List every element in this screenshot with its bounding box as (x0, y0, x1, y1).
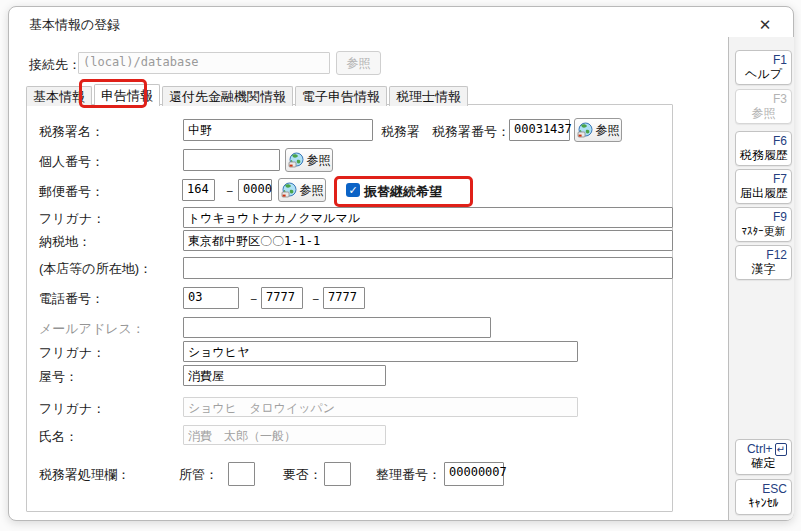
f7-key-label: F7 (740, 172, 787, 186)
browse-button-label: 参照 (596, 122, 620, 139)
tab-tax-accountant-info[interactable]: 税理士情報 (389, 86, 468, 106)
browse-button-label: 参照 (307, 152, 331, 169)
close-icon[interactable]: ✕ (749, 11, 781, 39)
transfer-continue-checkbox-label[interactable]: 振替継続希望 (364, 183, 442, 201)
seiri-number-input[interactable]: 00000007 (444, 462, 504, 486)
f3-key-label: F3 (740, 92, 787, 106)
furigana2-input[interactable]: ショウヒヤ (183, 341, 578, 362)
f3-caption: 参照 (740, 106, 787, 121)
transfer-continue-checkbox[interactable]: ✓ (346, 183, 360, 197)
furigana3-input: ショウヒ タロウイッパン (183, 397, 578, 417)
tax-office-number-label: 税務署番号： (432, 123, 510, 141)
dialog-title: 基本情報の登録 (29, 16, 120, 34)
connection-browse-button: 参照 (336, 51, 381, 75)
tab-basic-info[interactable]: 基本情報 (26, 86, 92, 106)
tax-office-suffix: 税務署 (381, 123, 420, 141)
phone-label: 電話番号： (39, 290, 104, 308)
tax-office-number-input[interactable]: 00031437 (509, 119, 570, 141)
f9-key-label: F9 (740, 210, 787, 224)
browse-button-label: 参照 (300, 182, 324, 199)
email-label: メールアドレス： (39, 320, 145, 338)
phone-input-3[interactable]: 7777 (323, 287, 365, 309)
f6-tax-history-button[interactable]: F6 税務履歴 (735, 131, 792, 166)
f12-kanji-button[interactable]: F12 漢字 (735, 245, 792, 280)
f6-key-label: F6 (740, 134, 787, 148)
tax-office-input[interactable]: 中野 (183, 119, 373, 141)
shokan-input[interactable] (228, 462, 255, 486)
globe-icon (288, 152, 304, 168)
globe-icon (577, 122, 593, 138)
postal-code-input-1[interactable]: 164 (182, 179, 215, 201)
cancel-button[interactable]: ESC ｷｬﾝｾﾙ (735, 479, 792, 515)
shokan-label: 所管： (179, 466, 218, 484)
check-icon: ✓ (348, 184, 357, 197)
f12-caption: 漢字 (740, 262, 787, 277)
f7-caption: 届出履歴 (740, 186, 787, 201)
f9-caption: ﾏｽﾀｰ更新 (740, 224, 787, 239)
name-input: 消費 太郎（一般） (183, 425, 386, 445)
trade-name-label: 屋号： (39, 368, 78, 386)
office-processing-label: 税務署処理欄： (39, 466, 130, 484)
tax-address-input[interactable]: 東京都中野区〇〇1-1-1 (183, 230, 673, 251)
yohi-input[interactable] (324, 462, 351, 486)
postal-code-input-2[interactable]: 0000 (238, 179, 272, 201)
phone-input-2[interactable]: 7777 (261, 287, 303, 309)
f1-key-label: F1 (740, 53, 787, 67)
personal-number-input[interactable] (183, 149, 280, 171)
seiri-number-label: 整理番号： (376, 466, 441, 484)
phone-input-1[interactable]: 03 (183, 287, 239, 309)
tab-e-filing-info[interactable]: 電子申告情報 (295, 86, 387, 106)
f6-caption: 税務履歴 (740, 148, 787, 163)
phone-separator-2: － (309, 290, 322, 308)
f12-key-label: F12 (740, 248, 787, 262)
trade-name-input[interactable]: 消費屋 (183, 365, 386, 386)
email-input[interactable] (183, 317, 491, 338)
postal-code-separator: － (223, 182, 236, 200)
tab-filing-info[interactable]: 申告情報 (94, 84, 160, 106)
postal-code-label: 郵便番号： (39, 183, 104, 201)
confirm-button[interactable]: Ctrl+ ↵ 確定 (735, 439, 792, 475)
f3-browse-button: F3 参照 (735, 89, 792, 124)
furigana1-input[interactable]: トウキョウトナカノクマルマル (183, 207, 673, 228)
head-office-label: (本店等の所在地)： (39, 260, 152, 278)
connection-field: (local)/database (78, 52, 330, 74)
globe-icon (281, 182, 297, 198)
furigana3-label: フリガナ： (39, 400, 105, 418)
name-label: 氏名： (39, 428, 78, 446)
f7-notification-history-button[interactable]: F7 届出履歴 (735, 169, 792, 204)
enter-key-icon: ↵ (775, 443, 787, 456)
confirm-caption: 確定 (740, 456, 787, 471)
basic-info-registration-dialog: 基本情報の登録 ✕ 接続先： (local)/database 参照 基本情報 … (8, 6, 794, 521)
tax-office-label: 税務署名： (39, 123, 104, 141)
furigana2-label: フリガナ： (39, 344, 105, 362)
cancel-key-label: ESC (740, 482, 787, 496)
tab-strip: 基本情報 申告情報 還付先金融機関情報 電子申告情報 税理士情報 (26, 84, 470, 106)
f1-help-button[interactable]: F1 ヘルプ (735, 50, 792, 85)
personal-number-label: 個人番号： (39, 153, 104, 171)
connection-label: 接続先： (29, 56, 81, 74)
f1-caption: ヘルプ (740, 67, 787, 82)
furigana1-label: フリガナ： (39, 210, 105, 228)
tax-office-browse-button[interactable]: 参照 (574, 118, 622, 142)
phone-separator-1: － (247, 290, 260, 308)
tab-refund-bank-info[interactable]: 還付先金融機関情報 (162, 86, 293, 106)
tax-address-label: 納税地： (39, 233, 91, 251)
confirm-key-label: Ctrl+ (747, 442, 773, 456)
yohi-label: 要否： (283, 466, 322, 484)
postal-code-browse-button[interactable]: 参照 (278, 178, 326, 202)
head-office-input[interactable] (183, 257, 673, 279)
personal-number-browse-button[interactable]: 参照 (285, 148, 333, 172)
cancel-caption: ｷｬﾝｾﾙ (740, 496, 787, 511)
f9-master-update-button[interactable]: F9 ﾏｽﾀｰ更新 (735, 207, 792, 242)
